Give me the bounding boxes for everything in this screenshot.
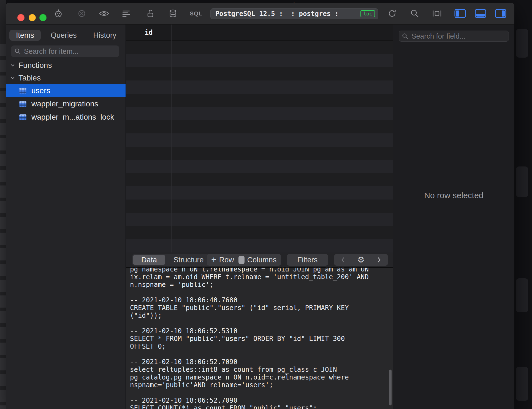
location-badge: loc — [360, 10, 375, 17]
console-scrollbar-thumb[interactable] — [389, 370, 392, 405]
page-settings-button[interactable]: ⚙ — [352, 254, 370, 266]
background-window-rows — [0, 44, 6, 409]
query-log-line: CREATE TABLE "public"."users" ("id" seri… — [130, 304, 393, 312]
query-log-line: -- 2021-02-10 18:06:40.7680 — [130, 296, 393, 304]
view-mode-segment-label: Structure — [173, 256, 204, 264]
chevron-left-icon — [341, 257, 345, 263]
table-grid-icon — [19, 88, 27, 94]
sidebar-tab-label: Queries — [51, 31, 77, 40]
query-log-line: -- 2021-02-10 18:06:52.7090 — [130, 397, 393, 404]
right-panel-icon — [495, 9, 506, 18]
sidebar-tab[interactable]: Items — [9, 30, 41, 41]
grid-row[interactable] — [126, 200, 393, 213]
search-button[interactable] — [410, 9, 419, 18]
query-log-line: -- 2021-02-10 18:06:52.7090 — [130, 358, 393, 366]
table-label: wappler_m...ations_lock — [31, 113, 114, 122]
grid-row[interactable] — [126, 41, 393, 54]
background-window-fragment — [516, 166, 528, 197]
section-tables[interactable]: Tables — [6, 72, 126, 84]
grid-row[interactable] — [126, 160, 393, 173]
grid-row[interactable] — [126, 239, 393, 252]
background-window-fragment — [516, 367, 528, 401]
connection-title-bar[interactable]: PostgreSQL 12.5 : : postgres : loc — [210, 8, 378, 19]
row-columns-divider — [238, 256, 245, 264]
grid-row[interactable] — [126, 54, 393, 67]
field-search-input[interactable] — [411, 32, 506, 41]
plus-icon: + — [211, 255, 216, 264]
disconnect-icon[interactable] — [77, 9, 87, 18]
column-header[interactable]: id — [126, 25, 171, 41]
refresh-icon — [387, 9, 397, 18]
background-window-fragment — [516, 29, 528, 58]
grid-row[interactable] — [126, 67, 393, 80]
titlebar: SQL PostgreSQL 12.5 : : postgres : loc — [6, 3, 514, 25]
view-mode-segment[interactable]: Data — [133, 255, 165, 265]
sidebar-tab[interactable]: History — [87, 30, 123, 41]
app-window: SQL PostgreSQL 12.5 : : postgres : loc — [6, 3, 514, 409]
grid-row[interactable] — [126, 147, 393, 160]
item-search-input[interactable] — [24, 47, 116, 56]
preview-eye-icon[interactable] — [99, 9, 110, 18]
next-page-button[interactable] — [370, 254, 388, 266]
grid-row[interactable] — [126, 107, 393, 120]
add-row-label: Row — [219, 256, 234, 264]
database-icon[interactable] — [168, 9, 178, 18]
layout-icon — [432, 9, 442, 18]
table-label: users — [31, 86, 50, 95]
query-log-line — [130, 289, 393, 296]
search-icon — [14, 48, 21, 55]
query-log-line: ("id")); — [130, 312, 393, 319]
log-list-icon[interactable] — [121, 9, 131, 18]
view-mode-segment[interactable]: Structure — [165, 255, 212, 265]
grid-row[interactable] — [126, 94, 393, 107]
query-log-line — [130, 350, 393, 358]
grid-row[interactable] — [126, 173, 393, 186]
row-inspector-panel: No row selected — [393, 25, 514, 409]
sidebar-tab-label: History — [93, 31, 116, 40]
table-row[interactable]: users — [6, 84, 126, 97]
chevron-right-icon — [377, 257, 381, 263]
toggle-right-panel-button[interactable] — [495, 9, 506, 18]
filters-button[interactable]: Filters — [287, 254, 328, 266]
columns-button[interactable]: Columns — [247, 256, 281, 264]
query-log-lines: pg_namespace n ON t.relnamespace = n.oid… — [130, 267, 393, 409]
sidebar-tab-label: Items — [16, 31, 34, 40]
zoom-button[interactable] — [39, 14, 47, 21]
minimize-button[interactable] — [29, 14, 36, 21]
table-row[interactable]: wappler_m...ations_lock — [6, 111, 126, 124]
connection-icon[interactable] — [53, 9, 63, 18]
sidebar-tab[interactable]: Queries — [44, 30, 83, 41]
left-panel-icon — [454, 9, 466, 18]
grid-row[interactable] — [126, 186, 393, 200]
background-window-fragment — [516, 278, 528, 312]
view-mode-segment-label: Data — [141, 256, 157, 264]
toggle-left-panel-button[interactable] — [454, 9, 466, 18]
sidebar-tree: Functions Tables — [6, 59, 126, 124]
query-log-console[interactable]: pg_namespace n ON t.relnamespace = n.oid… — [126, 267, 393, 409]
add-row-button[interactable]: + Row — [207, 254, 234, 266]
gear-icon: ⚙ — [357, 256, 365, 264]
grid-row[interactable] — [126, 226, 393, 239]
toggle-bottom-panel-button[interactable] — [475, 9, 486, 18]
grid-row[interactable] — [126, 133, 393, 147]
close-button[interactable] — [17, 14, 25, 21]
connection-title: PostgreSQL 12.5 : : postgres : — [215, 8, 339, 19]
section-label: Tables — [18, 74, 41, 82]
grid-row[interactable] — [126, 80, 393, 94]
prev-page-button[interactable] — [334, 254, 352, 266]
unlock-icon[interactable] — [145, 9, 155, 18]
table-row[interactable]: wappler_migrations — [6, 97, 126, 111]
search-icon — [402, 33, 408, 39]
section-label: Functions — [18, 61, 52, 70]
grid-row[interactable] — [126, 213, 393, 226]
refresh-button[interactable] — [387, 9, 397, 18]
column-divider[interactable] — [171, 25, 172, 252]
layout-button[interactable] — [432, 9, 442, 18]
query-log-line: ix.relam = am.oid WHERE t.relname = 'unt… — [130, 273, 393, 281]
chevron-down-icon — [10, 63, 15, 68]
section-functions[interactable]: Functions — [6, 59, 126, 71]
query-log-line: SELECT * FROM "public"."users" ORDER BY … — [130, 335, 393, 343]
sql-button[interactable]: SQL — [190, 10, 202, 17]
table-grid-icon — [19, 114, 27, 120]
grid-row[interactable] — [126, 120, 393, 133]
